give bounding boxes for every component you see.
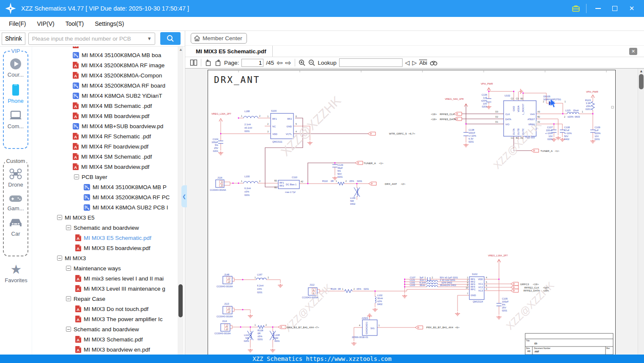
schematic-label: DATA [505,118,511,121]
lookup-input[interactable] [339,58,403,67]
scroll-up-icon[interactable]: ▲ [639,69,643,73]
rail-item-car[interactable]: Car [4,217,27,237]
schematic-label: ±5% [356,288,361,290]
schematic-label: <19> [533,283,539,286]
scroll-up-icon[interactable]: ▲ [179,47,183,52]
tree-item[interactable]: AMI MIX3 E5 boardview.pdf [32,243,185,253]
next-page-icon[interactable]: ⇨ [285,59,291,66]
tree-item-label: MI MIX3 boardview en.pdf [84,346,150,353]
tree-item[interactable]: MI MIX4 35100K8MOA MB boa [32,50,185,60]
tree-item[interactable]: AMI MIX3 Do not touch.pdf [32,304,185,314]
model-search-combo[interactable]: ▼ [28,33,155,45]
maximize-button[interactable] [609,3,620,14]
tree-item[interactable]: MI MIX4 K8MOA SUB2 YiDianT [32,91,185,101]
tree-item[interactable]: MI MIX4 K8MOA SUB2 PCB I [32,202,185,212]
close-button[interactable]: ✕ [626,3,637,14]
two-page-view-icon[interactable] [190,59,197,66]
tab-active-document[interactable]: MI MIX3 E5 Schematic.pdf [185,46,273,57]
tree-node[interactable]: Maintenance ways [32,263,185,273]
tree-node[interactable]: Repair Case [32,294,185,304]
tree-collapse-icon[interactable] [66,296,71,301]
minimize-button[interactable] [592,3,603,14]
schematic-label: NM [245,337,249,339]
search-document-icon[interactable] [430,60,438,66]
zoom-in-icon[interactable] [299,59,306,66]
tree-node[interactable]: Schematic and boardview [32,324,185,334]
menu-tool[interactable]: Tool(T) [60,17,90,30]
schematic-label: 10V [595,135,599,138]
svg-text:A: A [77,277,79,281]
member-center-button[interactable]: Member Center [191,33,247,44]
menu-vip[interactable]: VIP(V) [31,17,60,30]
viewport-scroll-thumb[interactable] [639,74,644,89]
pdf-file-icon: A [73,62,79,69]
tree-item[interactable]: A [32,47,185,50]
search-button[interactable] [160,32,181,45]
page-number-input[interactable] [241,59,263,67]
tree-item[interactable]: AMI MIX4 RF boardview.pdf [32,141,185,151]
tree-item[interactable]: MI MIX4 35200K8MOA RF board [32,80,185,91]
panel-collapse-handle[interactable]: ❮ [181,185,187,207]
tree-item[interactable]: AMI MIX3 Schematic.pdf [32,334,185,344]
tree-item[interactable]: MI MIX4 MB+SUB boardview.pd [32,121,185,131]
match-case-icon[interactable]: Abi [419,60,427,66]
tree-item[interactable]: AMI MIX4 35200K8M0A RF image [32,60,185,70]
schematic-label: CC0043-0016A [216,285,233,288]
computer-icon [9,110,22,122]
rotate-right-icon[interactable] [214,59,222,66]
schematic-label: 0201 [244,340,249,342]
titleblock-title-value: E5 [534,342,537,345]
tree-item[interactable]: AMi MIX3 Level III maintenance g [32,283,185,294]
tree-node[interactable]: MI MIX3 E5 [32,212,185,223]
chevron-down-icon[interactable]: ▼ [147,36,152,41]
tree-item[interactable]: AMI MIX4 MB boardview.pdf [32,111,185,121]
tree-collapse-icon[interactable] [57,215,62,220]
document-viewport[interactable]: DRX_ANTXZZ@XZZHKXZZ@XZZHKXZZ@XZZHKXZZ@XZ… [185,69,644,355]
menu-settings[interactable]: Settings(S) [89,17,129,30]
model-search-input[interactable] [32,36,143,42]
tree-item[interactable]: MI MIX4 35100K8MOA MB P [32,182,185,192]
tree-item[interactable]: AMI MIX3 boardview en.pdf [32,344,185,355]
viewport-scrollbar[interactable]: ▲ [638,69,644,355]
rail-item-favorites[interactable]: ★ Favorites [0,263,32,283]
tree-node[interactable]: Schematic and boardview [32,223,185,233]
svg-text:A: A [74,114,77,119]
tree-node[interactable]: PCB layer [32,172,185,182]
schematic-label: GND [471,294,476,297]
tree-node[interactable]: MI MIX3 [32,253,185,263]
schematic-label: 3 [486,288,487,290]
prev-page-icon[interactable]: ⇦ [277,59,282,66]
rotate-left-icon[interactable] [205,59,212,66]
tree-item[interactable]: AMI MIX4 MB Schematic .pdf [32,101,185,111]
tree-collapse-icon[interactable] [66,327,71,332]
tree-collapse-icon[interactable] [57,256,62,261]
rail-item-label: Favorites [5,277,27,283]
schematic-label: 1 [241,115,242,117]
tree-item[interactable]: AMI MIX4 RF Schematic .pdf [32,131,185,141]
rail-item-computer[interactable]: Com... [4,110,27,129]
close-document-icon[interactable]: ✕ [629,48,637,55]
tree-collapse-icon[interactable] [66,225,71,230]
tree-item[interactable]: AMI MIX4 35200K8M0A-Compon [32,70,185,80]
tree-item[interactable]: AMI mix3 series level I and II mai [32,273,185,283]
tree-item[interactable]: AMI MIX4 SM boardview.pdf [32,162,185,172]
tree-item[interactable]: AMI MIX3 E5 Schematic.pdf [32,233,185,243]
tree-collapse-icon[interactable] [66,266,71,271]
tree-item[interactable]: AMI MIX3 The power amplifier Ic [32,314,185,324]
schematic-label: RF1 [272,118,277,120]
tree-item-label: MI MIX3 E5 [65,214,95,221]
tree-item[interactable]: MI MIX4 35200K8MOA RF PC [32,192,185,202]
tree-collapse-icon[interactable] [74,174,79,179]
license-briefcase-icon[interactable] [572,4,580,13]
tree-scroll-thumb[interactable] [178,284,183,317]
tree-item[interactable]: AMI MIX4 SM Schematic .pdf [32,151,185,162]
shrink-button[interactable]: Shrink [2,33,25,45]
find-previous-icon[interactable]: ◁ [405,59,410,66]
menu-file[interactable]: File(F) [3,17,31,30]
zoom-out-icon[interactable] [308,59,315,66]
rail-item-game[interactable]: Gam... [4,194,27,212]
rail-item-drone[interactable]: Drone [4,168,27,188]
rail-item-phone[interactable]: Phone [4,84,27,104]
rail-item-course[interactable]: Cour... [4,58,27,78]
find-next-icon[interactable]: ▷ [412,59,417,66]
